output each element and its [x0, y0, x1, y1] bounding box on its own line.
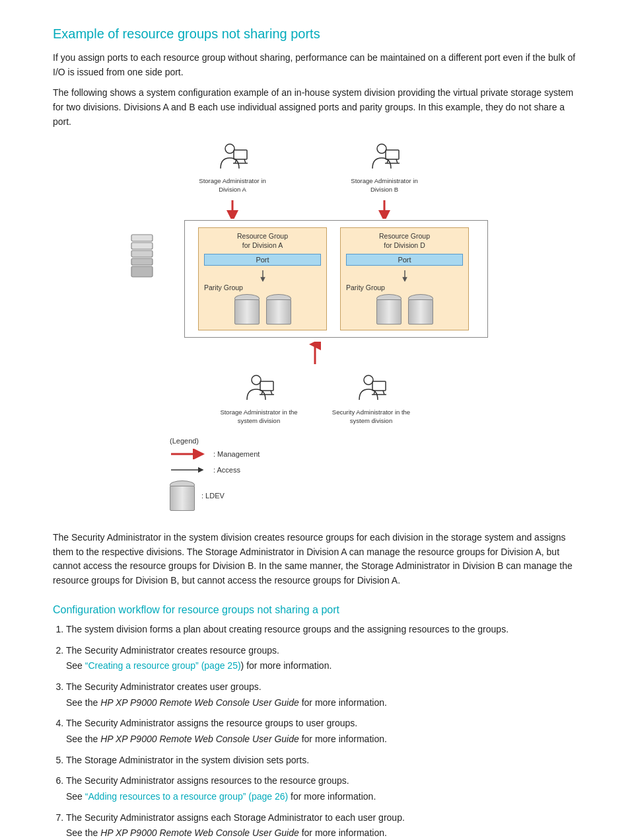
step-4: The Security Administrator assigns the r…	[66, 716, 577, 746]
step-4-text: The Security Administrator assigns the r…	[66, 718, 357, 728]
step-4-note: See the HP XP P9000 Remote Web Console U…	[66, 732, 577, 747]
resource-group-b: Resource Groupfor Division D Port Parity…	[340, 227, 469, 330]
step-2-note: See “Creating a resource group” (page 25…	[66, 659, 577, 673]
storage-admin-system-label: Storage Administrator in the system divi…	[216, 408, 302, 425]
cylinder-b1	[376, 294, 402, 325]
storage-box: Resource Groupfor Division A Port Parity…	[184, 220, 488, 338]
step-7-italic: HP XP P9000 Remote Web Console User Guid…	[100, 827, 299, 838]
legend-ldev: : LDEV	[170, 480, 500, 511]
svg-line-3	[244, 159, 246, 163]
step-5: The Storage Administrator in the system …	[66, 753, 577, 768]
up-arrow-area	[130, 342, 500, 365]
admin-a-icon	[217, 143, 248, 176]
steps-list: The system division forms a plan about c…	[66, 623, 577, 840]
svg-line-8	[396, 159, 398, 163]
step-3-italic: HP XP P9000 Remote Web Console User Guid…	[100, 697, 299, 708]
bottom-admins-row: Storage Administrator in the system divi…	[130, 375, 500, 425]
body-paragraph: The Security Administrator in the system…	[53, 531, 577, 588]
admin-division-b: Storage Administrator in Division B	[341, 143, 427, 194]
top-admins-row: Storage Administrator in Division A	[157, 143, 460, 194]
step-6-text: The Security Administrator assigns resou…	[66, 775, 349, 786]
svg-rect-21	[260, 381, 273, 391]
svg-rect-13	[131, 243, 153, 249]
resource-group-a: Resource Groupfor Division A Port Parity…	[198, 227, 327, 330]
rg-a-title: Resource Groupfor Division A	[204, 232, 321, 250]
diagram-container: Storage Administrator in Division A	[53, 143, 577, 516]
step-1: The system division forms a plan about c…	[66, 623, 577, 637]
svg-line-23	[271, 391, 272, 395]
svg-point-25	[364, 375, 373, 385]
admin-system-storage-icon	[243, 375, 275, 407]
admin-arrows-area	[157, 199, 460, 220]
page-title: Example of resource groups not sharing p…	[53, 26, 577, 42]
svg-line-28	[383, 391, 384, 395]
sub-title: Configuration workflow for resource grou…	[53, 604, 577, 616]
admin-b-icon	[368, 143, 400, 176]
step-2-text: The Security Administrator creates resou…	[66, 645, 279, 656]
intro-paragraph-2: The following shows a system configurati…	[53, 86, 577, 129]
step-4-italic: HP XP P9000 Remote Web Console User Guid…	[100, 734, 299, 744]
svg-point-20	[252, 375, 261, 385]
storage-icon-left	[130, 233, 154, 280]
parity-label-b: Parity Group	[346, 284, 463, 291]
management-label: : Management	[213, 450, 260, 458]
svg-rect-12	[131, 235, 153, 241]
step-2: The Security Administrator creates resou…	[66, 644, 577, 673]
svg-rect-6	[386, 150, 399, 159]
diagram: Storage Administrator in Division A	[130, 143, 500, 516]
port-box-b: Port	[346, 254, 463, 266]
parity-label-a: Parity Group	[204, 284, 321, 291]
step-6: The Security Administrator assigns resou…	[66, 774, 577, 804]
cylinder-b2	[408, 294, 433, 325]
legend-access: : Access	[170, 465, 500, 475]
svg-rect-14	[131, 250, 153, 257]
admin-system-security-icon	[355, 375, 387, 407]
step-3-note: See the HP XP P9000 Remote Web Console U…	[66, 696, 577, 710]
admin-b-label: Storage Administrator in Division B	[341, 177, 427, 194]
svg-point-0	[225, 144, 234, 153]
svg-rect-16	[131, 266, 153, 277]
cylinders-a	[204, 294, 321, 325]
legend: (Legend) : Management	[170, 437, 500, 511]
access-label: : Access	[213, 466, 240, 474]
step-7-note: See the HP XP P9000 Remote Web Console U…	[66, 826, 577, 840]
cylinder-a1	[234, 294, 260, 325]
admin-security-system: Security Administrator in the system div…	[328, 375, 414, 425]
rg-b-title: Resource Groupfor Division D	[346, 232, 463, 250]
svg-point-5	[377, 144, 386, 153]
step-7: The Security Administrator assigns each …	[66, 811, 577, 840]
step-1-text: The system division forms a plan about c…	[66, 624, 508, 634]
step-5-text: The Storage Administrator in the system …	[66, 755, 309, 765]
svg-rect-1	[234, 150, 247, 159]
admin-storage-system: Storage Administrator in the system divi…	[216, 375, 302, 425]
svg-rect-15	[131, 258, 153, 265]
step-7-text: The Security Administrator assigns each …	[66, 812, 405, 823]
security-admin-system-label: Security Administrator in the system div…	[328, 408, 414, 425]
admin-division-a: Storage Administrator in Division A	[190, 143, 275, 194]
step-6-note: See “Adding resources to a resource grou…	[66, 790, 577, 804]
legend-title: (Legend)	[170, 437, 500, 445]
legend-management: : Management	[170, 449, 500, 459]
cylinders-b	[346, 294, 463, 325]
arrow-down-b	[376, 199, 392, 220]
step-3: The Security Administrator creates user …	[66, 680, 577, 710]
step-6-link[interactable]: “Adding resources to a resource group” (…	[85, 791, 288, 802]
step-2-link[interactable]: “Creating a resource group” (page 25)	[85, 660, 241, 671]
ldev-label: : LDEV	[201, 492, 225, 500]
admin-a-label: Storage Administrator in Division A	[190, 177, 275, 194]
svg-rect-26	[372, 381, 386, 391]
step-3-text: The Security Administrator creates user …	[66, 681, 262, 692]
port-box-a: Port	[204, 254, 321, 266]
intro-paragraph-1: If you assign ports to each resource gro…	[53, 51, 577, 79]
arrow-down-a	[225, 199, 240, 220]
cylinder-a2	[266, 294, 291, 325]
